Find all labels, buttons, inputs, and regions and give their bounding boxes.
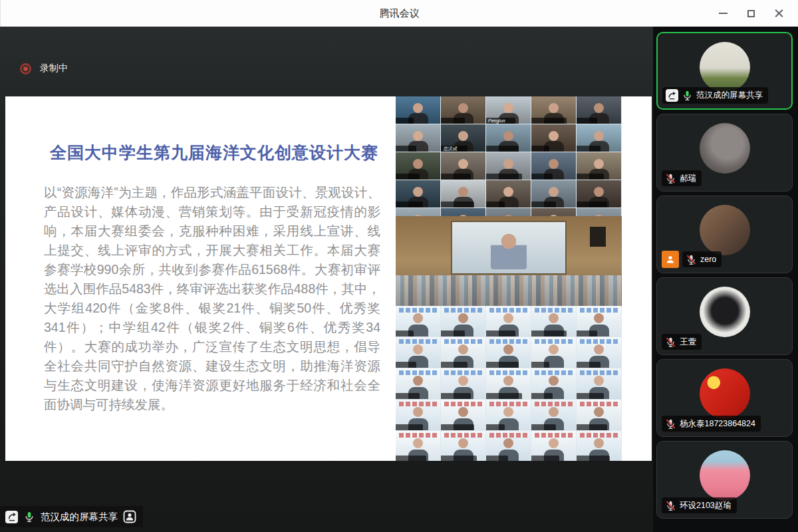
- video-wall-tile: [531, 208, 576, 216]
- video-wall-tile: [441, 431, 485, 461]
- video-wall-tile: [486, 124, 531, 152]
- video-wall-tile: [531, 431, 576, 461]
- screen-share-banner-label: 范汉成的屏幕共享: [41, 511, 118, 523]
- video-wall-tile: [396, 180, 440, 207]
- video-wall-tile: [531, 96, 576, 124]
- participants-sidebar: 范汉成的屏幕共享 郝瑞: [653, 27, 798, 532]
- video-wall-bottom-grid: [396, 306, 622, 461]
- remote-speaker-figure: [491, 233, 527, 269]
- participant-tile[interactable]: 王萱: [656, 277, 793, 355]
- close-icon: [775, 9, 783, 18]
- video-wall-tile: [441, 400, 485, 430]
- person-camera-avatar: [700, 205, 750, 255]
- video-wall-tile: [396, 368, 440, 399]
- participant-tile[interactable]: zero: [656, 196, 793, 273]
- video-wall-tile: [486, 400, 531, 430]
- video-wall-tile: [396, 306, 440, 336]
- video-wall-tile: [531, 124, 576, 152]
- screen-share-icon: [666, 89, 678, 102]
- video-wall-tile: [531, 306, 576, 336]
- gray-cat-avatar: [700, 123, 750, 174]
- participant-name: 范汉成的屏幕共享: [696, 90, 763, 101]
- participant-name: 环设2103赵瑜: [680, 500, 732, 511]
- video-wall-tile: [486, 208, 531, 216]
- auditorium-photo: [396, 216, 622, 306]
- video-wall-tile: [441, 337, 485, 368]
- video-wall-tile: [396, 208, 440, 216]
- wall-speaker-box: [590, 227, 606, 247]
- china-flag-avatar: [700, 368, 750, 419]
- participant-name: 杨永泰18723864824: [680, 418, 755, 430]
- maximize-button[interactable]: [737, 0, 765, 27]
- video-wall-tile: 范汉成: [441, 124, 485, 152]
- screen-share-icon: [5, 511, 18, 523]
- tencent-meeting-window: 腾讯会议 录制中 全国大中学生第九届海洋文化创意设计大赛 以“资源海洋”为主题，…: [0, 0, 798, 532]
- video-wall-tile: [486, 152, 531, 180]
- video-wall-tile: [577, 306, 621, 336]
- video-wall-tile: [577, 96, 621, 124]
- dark-silhouette-avatar: [700, 287, 750, 337]
- projection-screen: [452, 222, 565, 273]
- host-badge-icon: [662, 251, 679, 268]
- video-wall-tile: Penglun: [486, 96, 531, 124]
- maximize-icon: [747, 10, 755, 17]
- participant-tile[interactable]: 杨永泰18723864824: [656, 359, 793, 437]
- video-wall-tile: [577, 400, 621, 430]
- video-wall-tile: [531, 337, 576, 368]
- participant-name: 王萱: [680, 336, 696, 348]
- video-wall-tile: [396, 152, 440, 180]
- video-wall-tile: [396, 400, 440, 430]
- video-wall-tile: [441, 180, 485, 207]
- video-wall-tile: [577, 152, 621, 180]
- video-wall-tile: [486, 337, 531, 368]
- video-wall-tile: [531, 152, 576, 180]
- shared-screen-content: 全国大中学生第九届海洋文化创意设计大赛 以“资源海洋”为主题，作品形式涵盖平面设…: [5, 96, 652, 461]
- video-wall-tile: [396, 124, 440, 152]
- mic-icon: [686, 254, 697, 265]
- participant-name: 郝瑞: [680, 173, 696, 184]
- mic-icon: [665, 336, 676, 348]
- video-wall-tile: [486, 368, 531, 399]
- mic-icon: [665, 418, 676, 430]
- video-wall-tile: [441, 208, 485, 216]
- video-wall-tile: [441, 96, 485, 124]
- mic-icon: [665, 500, 676, 511]
- video-wall-tile: [577, 337, 621, 368]
- participant-tile[interactable]: 环设2103赵瑜: [656, 441, 793, 519]
- pink-plush-avatar: [700, 450, 750, 501]
- video-wall-tile: [441, 152, 485, 180]
- window-controls: [709, 0, 793, 27]
- recording-indicator[interactable]: 录制中: [20, 63, 68, 74]
- participant-video-wall: Penglun范汉成: [396, 96, 622, 461]
- recording-label: 录制中: [40, 63, 68, 74]
- audience-crowd: [396, 275, 622, 306]
- video-wall-tile: [486, 180, 531, 207]
- participant-name: zero: [700, 255, 716, 264]
- window-title: 腾讯会议: [380, 7, 420, 20]
- participant-tile[interactable]: 范汉成的屏幕共享: [656, 32, 793, 110]
- mic-icon: [665, 173, 676, 184]
- house-garden-avatar: [700, 42, 750, 92]
- screen-share-banner: 范汉成的屏幕共享: [0, 506, 143, 527]
- video-wall-tile: [577, 368, 621, 399]
- video-wall-tile: [531, 400, 576, 430]
- video-wall-tile: [531, 180, 576, 207]
- meeting-area: 录制中 全国大中学生第九届海洋文化创意设计大赛 以“资源海洋”为主题，作品形式涵…: [0, 27, 653, 532]
- video-wall-top-grid: Penglun范汉成: [396, 96, 622, 216]
- titlebar: 腾讯会议: [0, 0, 798, 27]
- participant-tile[interactable]: 郝瑞: [656, 114, 793, 192]
- slide-body-text: 以“资源海洋”为主题，作品形式涵盖平面设计、景观设计、产品设计、媒体动漫、营销策…: [44, 183, 380, 414]
- avatar-view-toggle-icon[interactable]: [123, 510, 136, 523]
- video-wall-tile: [577, 180, 621, 207]
- video-wall-tile: [396, 431, 440, 461]
- video-wall-tile: [486, 306, 531, 336]
- slide-title: 全国大中学生第九届海洋文化创意设计大赛: [50, 142, 382, 164]
- video-wall-tile: [531, 368, 576, 399]
- minimize-button[interactable]: [709, 0, 737, 27]
- mic-on-icon: [23, 511, 35, 523]
- recording-icon: [20, 63, 31, 74]
- video-wall-tile: [441, 306, 485, 336]
- video-wall-tile: [441, 368, 485, 399]
- close-button[interactable]: [765, 0, 793, 27]
- video-wall-tile: [577, 208, 621, 216]
